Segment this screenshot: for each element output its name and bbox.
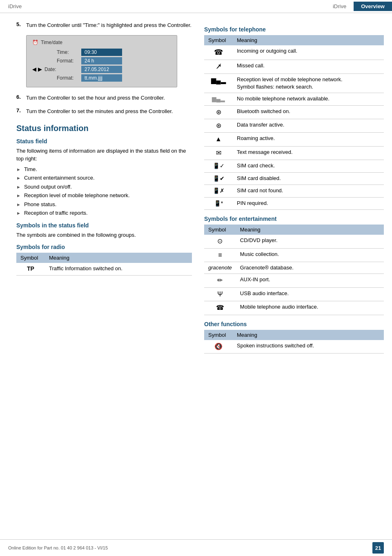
radio-heading: Symbols for radio [16,244,192,250]
telephone-table: Symbol Meaning ☎ Incoming or outgoing ca… [204,35,384,210]
ent-col2: Meaning [236,225,384,235]
tel-mean-4: Bluetooth switched on. [233,105,384,119]
ent-sym-0: ⊙ [204,235,236,248]
step-5: 5. Turn the Controller until "Time:" is … [16,21,192,29]
tel-mean-2: Reception level of mobile telephone netw… [233,73,384,93]
format1-value: 24 h [81,57,122,64]
table-row: ▆▄▂ Reception level of mobile telephone … [204,73,384,93]
entertainment-heading: Symbols for entertainment [204,216,384,222]
table-row: 📱✔ SIM card disabled. [204,172,384,185]
bullet-arrow-icon-2: ► [16,175,21,182]
footer-text: Online Edition for Part no. 01 40 2 964 … [8,545,108,550]
mockup-row-format1: Format: 24 h [32,57,171,64]
other-heading: Other functions [204,321,384,327]
tel-sym-9: 📱✔ [204,172,233,185]
step-7-num: 7. [16,107,23,116]
tel-mean-11: PIN required. [233,197,384,210]
tel-sym-4: ⊛ [204,105,233,119]
tel-sym-8: 📱✓ [204,160,233,173]
format2-value: tt.mm.jjjj [81,74,122,82]
step-7-text: Turn the Controller to set the minutes a… [26,107,173,116]
symbols-status-heading: Symbols in the status field [16,222,192,229]
header-left-label: iDrive [0,3,325,9]
other-sym-0: 🔇 [204,340,233,354]
radio-table: Symbol Meaning TP Traffic Information sw… [16,253,192,276]
table-row: 🔇 Spoken instructions switched off. [204,340,384,354]
ent-sym-4: Ψ [204,287,236,301]
tel-mean-10: SIM card not found. [233,185,384,198]
tel-sym-7: ✉ [204,146,233,160]
page-footer: Online Edition for Part no. 01 40 2 964 … [0,539,392,556]
left-arrow-icon: ◀ [32,66,36,72]
ent-col1: Symbol [204,225,236,235]
bullet-arrow-icon-5: ► [16,201,21,208]
tel-mean-8: SIM card check. [233,160,384,173]
tel-sym-10: 📱✗ [204,185,233,198]
table-row: 📱* PIN required. [204,197,384,210]
table-row: ✉ Text message received. [204,146,384,160]
table-row: ✏ AUX-IN port. [204,274,384,287]
clock-icon: ⏰ [32,40,38,45]
time-date-mockup: ⏰ Time/date Time: 09:30 Format: 24 h ◀ ▶… [26,35,177,87]
page-header: iDrive iDrive Overview [0,0,392,13]
table-row: ⊙ CD/DVD player. [204,235,384,248]
table-row: Ψ USB audio interface. [204,287,384,301]
format1-label: Format: [45,58,81,64]
other-table: Symbol Meaning 🔇 Spoken instructions swi… [204,330,384,354]
tab-idrive[interactable]: iDrive [325,2,354,11]
table-row: ⊛ Bluetooth switched on. [204,105,384,119]
mockup-row-date: ◀ ▶ Date: 27.05.2012 [32,66,171,73]
tel-sym-11: 📱* [204,197,233,210]
table-row: gracenote Gracenote® database. [204,262,384,274]
table-row: ▲ Roaming active. [204,133,384,146]
date-label: Date: [45,67,81,72]
tel-col1: Symbol [204,35,233,45]
right-arrow-icon: ▶ [38,66,42,72]
right-column: Symbols for telephone Symbol Meaning ☎ I… [204,21,384,359]
nav-arrows: ◀ ▶ [32,66,42,72]
status-field-bullets: ► Time. ► Current entertainment source. … [16,165,192,217]
step-5-num: 5. [16,21,23,29]
table-row: ↗̸ Missed call. [204,60,384,73]
table-row: ☎ Mobile telephone audio interface. [204,301,384,315]
time-value: 09:30 [81,49,122,56]
bullet-arrow-icon-3: ► [16,184,21,191]
other-col2: Meaning [233,330,384,340]
tab-overview[interactable]: Overview [354,2,392,11]
mockup-title: ⏰ Time/date [32,40,171,45]
idrive-label: iDrive [8,3,22,9]
entertainment-table: Symbol Meaning ⊙ CD/DVD player. ≡ Music … [204,225,384,315]
other-mean-0: Spoken instructions switched off. [233,340,384,354]
bullet-time: ► Time. [16,165,192,173]
tel-sym-1: ↗̸ [204,60,233,73]
header-tabs: iDrive Overview [325,2,392,11]
telephone-heading: Symbols for telephone [204,26,384,33]
bullet-sound: ► Sound output on/off. [16,183,192,191]
tel-mean-5: Data transfer active. [233,119,384,132]
tel-sym-2: ▆▄▂ [204,73,233,93]
ent-sym-5: ☎ [204,301,236,315]
ent-mean-4: USB audio interface. [236,287,384,301]
main-content: 5. Turn the Controller until "Time:" is … [0,13,392,367]
ent-mean-3: AUX-IN port. [236,274,384,287]
status-field-heading: Status field [16,138,192,145]
step-5-text: Turn the Controller until "Time:" is hig… [26,21,192,29]
step-7: 7. Turn the Controller to set the minute… [16,107,192,116]
ent-mean-1: Music collection. [236,248,384,262]
status-field-text: The following items of information are d… [16,147,192,163]
ent-mean-2: Gracenote® database. [236,262,384,274]
tel-sym-5: ⊛ [204,119,233,132]
ent-sym-2: gracenote [204,262,236,274]
bullet-phone: ► Phone status. [16,200,192,209]
table-row: TP Traffic Information switched on. [16,263,192,275]
bullet-arrow-icon-6: ► [16,210,21,217]
radio-col1: Symbol [16,253,45,263]
ent-sym-1: ≡ [204,248,236,262]
tel-col2: Meaning [233,35,384,45]
step-6-num: 6. [16,94,23,102]
tel-mean-0: Incoming or outgoing call. [233,45,384,60]
status-information-heading: Status information [16,124,192,133]
page-number: 21 [372,542,384,554]
format2-label: Format: [45,75,81,81]
radio-symbol: TP [16,263,45,275]
